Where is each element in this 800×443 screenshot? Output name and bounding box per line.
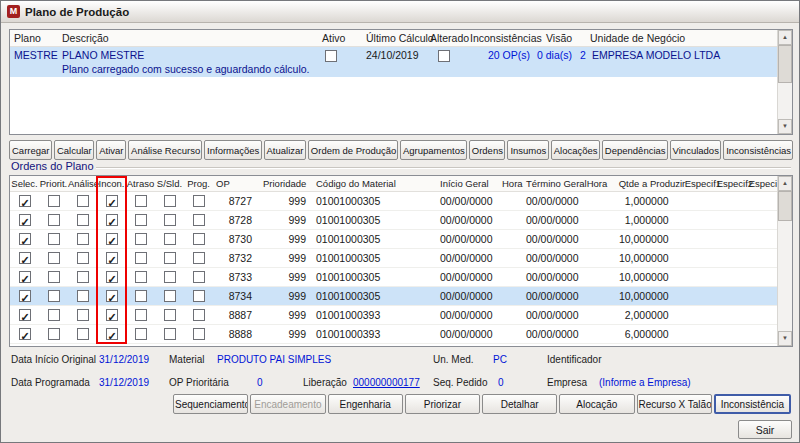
action-button[interactable]: Recurso X Talão	[637, 394, 712, 414]
action-button[interactable]: Encadeamento	[250, 394, 325, 414]
analise-checkbox[interactable]	[77, 195, 89, 207]
order-row[interactable]: 8733 999 01001000305 00/00/0000 00/00/00…	[10, 268, 777, 287]
toolbar-button[interactable]: Análise Recurso	[128, 140, 202, 160]
atraso-checkbox[interactable]	[135, 328, 147, 340]
action-button[interactable]: Detalhar	[482, 394, 557, 414]
toolbar-button[interactable]: Insumos	[507, 140, 548, 160]
toolbar-button[interactable]: Agrupamentos	[400, 140, 467, 160]
incon-checkbox[interactable]	[106, 290, 118, 302]
ssld-checkbox[interactable]	[164, 214, 176, 226]
atraso-checkbox[interactable]	[135, 290, 147, 302]
incon-checkbox[interactable]	[106, 195, 118, 207]
selec-checkbox[interactable]	[19, 328, 31, 340]
atraso-checkbox[interactable]	[135, 309, 147, 321]
incon-checkbox[interactable]	[106, 252, 118, 264]
ssld-checkbox[interactable]	[164, 252, 176, 264]
toolbar-button[interactable]: Calcular	[54, 140, 94, 160]
analise-checkbox[interactable]	[77, 214, 89, 226]
prog-checkbox[interactable]	[193, 252, 205, 264]
prog-checkbox[interactable]	[193, 290, 205, 302]
scroll-thumb[interactable]	[778, 191, 792, 221]
selec-checkbox[interactable]	[19, 271, 31, 283]
toolbar-button[interactable]: Ordem de Produção	[308, 140, 398, 160]
prog-checkbox[interactable]	[193, 233, 205, 245]
priorit-checkbox[interactable]	[48, 271, 60, 283]
order-row[interactable]: 8728 999 01001000305 00/00/0000 00/00/00…	[10, 211, 777, 230]
order-row[interactable]: 8887 999 01001000393 00/00/0000 00/00/00…	[10, 306, 777, 325]
analise-checkbox[interactable]	[77, 252, 89, 264]
plan-row[interactable]: MESTRE PLANO MESTRE 24/10/2019 20 OP(s) …	[10, 47, 777, 77]
action-button[interactable]: Priorizar	[405, 394, 480, 414]
ssld-checkbox[interactable]	[164, 290, 176, 302]
selec-checkbox[interactable]	[19, 233, 31, 245]
ssld-checkbox[interactable]	[164, 233, 176, 245]
order-row[interactable]: 8888 999 01001000393 00/00/0000 00/00/00…	[10, 325, 777, 344]
orders-scrollbar[interactable]: ▲ ▼	[777, 176, 792, 346]
action-button[interactable]: Inconsistência	[714, 394, 791, 414]
atraso-checkbox[interactable]	[135, 214, 147, 226]
toolbar-button[interactable]: Ordens	[469, 140, 506, 160]
alterado-checkbox[interactable]	[438, 50, 450, 62]
ssld-checkbox[interactable]	[164, 195, 176, 207]
selec-checkbox[interactable]	[19, 195, 31, 207]
atraso-checkbox[interactable]	[135, 252, 147, 264]
priorit-checkbox[interactable]	[48, 233, 60, 245]
incon-checkbox[interactable]	[106, 271, 118, 283]
priorit-checkbox[interactable]	[48, 328, 60, 340]
value-empresa[interactable]: (Informe a Empresa)	[599, 377, 691, 388]
selec-checkbox[interactable]	[19, 290, 31, 302]
selec-checkbox[interactable]	[19, 214, 31, 226]
toolbar-button[interactable]: Carregar	[9, 140, 52, 160]
atraso-checkbox[interactable]	[135, 271, 147, 283]
order-row[interactable]: 8732 999 01001000305 00/00/0000 00/00/00…	[10, 249, 777, 268]
toolbar-button[interactable]: Alocações	[551, 140, 600, 160]
ssld-checkbox[interactable]	[164, 309, 176, 321]
ssld-checkbox[interactable]	[164, 328, 176, 340]
incon-checkbox[interactable]	[106, 214, 118, 226]
analise-checkbox[interactable]	[77, 233, 89, 245]
value-liberacao[interactable]: 000000000177	[353, 377, 420, 388]
prog-checkbox[interactable]	[193, 195, 205, 207]
selec-checkbox[interactable]	[19, 252, 31, 264]
prog-checkbox[interactable]	[193, 214, 205, 226]
selec-checkbox[interactable]	[19, 309, 31, 321]
ativo-checkbox[interactable]	[325, 50, 337, 62]
incon-checkbox[interactable]	[106, 328, 118, 340]
toolbar-button[interactable]: Informações	[204, 140, 261, 160]
analise-checkbox[interactable]	[77, 328, 89, 340]
priorit-checkbox[interactable]	[48, 309, 60, 321]
prog-checkbox[interactable]	[193, 271, 205, 283]
plans-scrollbar[interactable]: ▲ ▼	[777, 30, 792, 134]
action-button[interactable]: Sequenciamento	[173, 394, 248, 414]
order-row[interactable]: 8730 999 01001000305 00/00/0000 00/00/00…	[10, 230, 777, 249]
order-row[interactable]: 8734 999 01001000305 00/00/0000 00/00/00…	[10, 287, 777, 306]
scroll-down-icon[interactable]: ▼	[778, 119, 792, 134]
analise-checkbox[interactable]	[77, 309, 89, 321]
scroll-down-icon[interactable]: ▼	[778, 331, 792, 346]
atraso-checkbox[interactable]	[135, 195, 147, 207]
priorit-checkbox[interactable]	[48, 214, 60, 226]
analise-checkbox[interactable]	[77, 290, 89, 302]
toolbar-button[interactable]: Dependências	[602, 140, 668, 160]
sair-button[interactable]: Sair	[738, 420, 792, 439]
action-button[interactable]: Alocação	[559, 394, 634, 414]
atraso-checkbox[interactable]	[135, 233, 147, 245]
toolbar-button[interactable]: Ativar	[96, 140, 126, 160]
toolbar-button[interactable]: Inconsistências	[723, 140, 793, 160]
ssld-checkbox[interactable]	[164, 271, 176, 283]
scroll-up-icon[interactable]: ▲	[778, 176, 792, 191]
toolbar-button[interactable]: Atualizar	[264, 140, 306, 160]
prog-checkbox[interactable]	[193, 309, 205, 321]
priorit-checkbox[interactable]	[48, 252, 60, 264]
incon-checkbox[interactable]	[106, 233, 118, 245]
titlebar[interactable]: M Plano de Produção	[1, 1, 799, 23]
scroll-up-icon[interactable]: ▲	[778, 30, 792, 45]
incon-checkbox[interactable]	[106, 309, 118, 321]
priorit-checkbox[interactable]	[48, 195, 60, 207]
analise-checkbox[interactable]	[77, 271, 89, 283]
prog-checkbox[interactable]	[193, 328, 205, 340]
toolbar-button[interactable]: Vinculados	[670, 140, 722, 160]
priorit-checkbox[interactable]	[48, 290, 60, 302]
action-button[interactable]: Engenharia	[328, 394, 403, 414]
order-row[interactable]: 8727 999 01001000305 00/00/0000 00/00/00…	[10, 192, 777, 211]
